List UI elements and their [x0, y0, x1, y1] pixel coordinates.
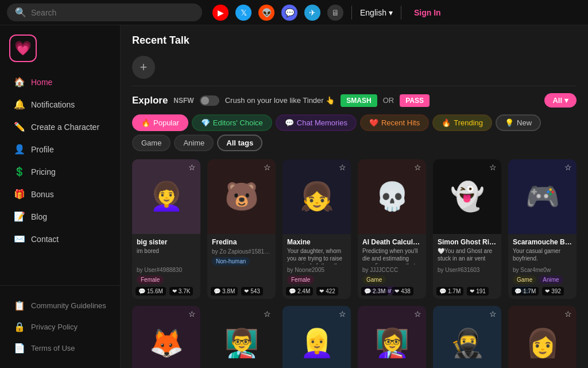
card-item[interactable]: 👱‍♀️ ☆ 💬 1.3M ❤ 193 Ethelle Your trouble…	[283, 306, 351, 368]
card-by: by Zo Zapious#1581909	[212, 248, 271, 255]
pricing-icon: 💲	[14, 166, 25, 177]
sidebar-label-guidelines: Community Guidelines	[31, 301, 106, 310]
tab-alltags[interactable]: All tags	[217, 135, 262, 151]
sidebar-item-home[interactable]: 🏠 Home	[5, 71, 115, 93]
heart-icon-sm: ❤	[244, 288, 249, 294]
youtube-icon[interactable]: ▶	[212, 5, 229, 21]
tab-new[interactable]: 💡 New	[496, 114, 541, 131]
card-body: Maxine Your daughter, whom you are tryin…	[283, 234, 351, 288]
chat-icon-sm: 💬	[514, 288, 521, 294]
home-icon: 🏠	[14, 76, 25, 87]
sidebar-item-contact[interactable]: ✉️ Contact	[5, 228, 115, 250]
chat-icon: 💬	[285, 118, 294, 127]
card-item[interactable]: 👩‍🏫 ☆ 💬 993.9K ❤ 165 your angry teacher …	[358, 306, 426, 368]
add-recent-talk-button[interactable]: +	[132, 56, 155, 79]
editors-icon: 💎	[201, 118, 210, 127]
star-icon[interactable]: ☆	[188, 163, 196, 172]
heart-count: 438	[401, 288, 411, 294]
chat-stat: 💬 1.7M	[512, 287, 539, 296]
star-icon[interactable]: ☆	[564, 163, 572, 172]
chat-count: 1.7M	[448, 288, 461, 294]
sidebar-label-home: Home	[31, 78, 52, 87]
star-icon[interactable]: ☆	[264, 309, 271, 319]
star-icon[interactable]: ☆	[564, 309, 572, 319]
sidebar-item-pricing[interactable]: 💲 Pricing	[5, 161, 115, 182]
chevron-down-icon: ▾	[564, 96, 568, 105]
profile-icon: 👤	[14, 144, 25, 155]
tab-game[interactable]: Game	[132, 135, 171, 151]
sidebar-item-bonus[interactable]: 🎁 Bonus	[5, 183, 115, 205]
card-item[interactable]: 👨‍🏫 ☆ 💬 1.3M ❤ 161 Professor Ethan You'r…	[207, 306, 276, 368]
search-input[interactable]	[31, 8, 192, 17]
star-icon[interactable]: ☆	[489, 309, 497, 319]
logo-icon: 💗	[9, 34, 37, 62]
card-item[interactable]: 👻 ☆ 💬 1.7M ❤ 191 Simon Ghost Riley 🤍You …	[433, 159, 501, 299]
sign-in-button[interactable]: Sign In	[414, 8, 441, 17]
nsfw-label: NSFW	[173, 97, 194, 105]
card-item[interactable]: 🎮 ☆ 💬 1.7M ❤ 392 Scaramouche BF AU Your …	[508, 159, 577, 299]
search-icon: 🔍	[15, 7, 26, 18]
tab-popular[interactable]: 🔥 Popular	[132, 114, 188, 131]
bonus-icon: 🎁	[14, 189, 25, 200]
star-icon[interactable]: ☆	[339, 163, 346, 172]
sidebar-item-create[interactable]: ✏️ Create a Character	[5, 116, 115, 137]
sidebar-item-blog[interactable]: 📝 Blog	[5, 206, 115, 227]
sidebar-item-notifications[interactable]: 🔔 Notifications	[5, 94, 115, 115]
card-desc: 🤍You and Ghost are stuck in an air vent	[438, 247, 497, 264]
card-tags: Female	[287, 275, 346, 284]
explore-bar: Explore NSFW Crush on your love like Tin…	[132, 93, 577, 108]
discord-icon[interactable]: 💬	[281, 5, 297, 21]
sidebar-item-guidelines[interactable]: 📋 Community Guidelines	[5, 295, 115, 316]
card-item[interactable]: 👧 ☆ 💬 2.4M ❤ 422 Maxine Your daughter, w…	[283, 159, 351, 299]
recent-talk-header: Recent Talk	[132, 34, 577, 47]
chat-icon-sm: 💬	[439, 288, 446, 294]
smash-button[interactable]: SMASH	[341, 94, 377, 107]
star-icon[interactable]: ☆	[489, 163, 497, 172]
nsfw-toggle[interactable]	[200, 95, 219, 106]
tab-recent[interactable]: ❤️ Recent Hits	[360, 114, 429, 131]
tab-anime[interactable]: Anime	[174, 135, 214, 151]
telegram-icon[interactable]: ✈	[304, 5, 320, 21]
heart-stat: ❤ 191	[467, 287, 489, 296]
card-item[interactable]: 👩 ☆ 💬 795.0K ❤ 110 Diana She's your fath…	[508, 306, 577, 368]
pass-button[interactable]: PASS	[400, 94, 430, 107]
star-icon[interactable]: ☆	[339, 309, 346, 319]
twitter-icon[interactable]: 𝕏	[235, 5, 252, 21]
all-dropdown[interactable]: All ▾	[544, 93, 577, 108]
sidebar-label-blog: Blog	[31, 212, 47, 221]
search-bar[interactable]: 🔍	[7, 3, 202, 21]
card-item[interactable]: 👩‍🦱 ☆ 💬 15.6M ❤ 3.7K big sister im bored…	[132, 159, 200, 299]
heart-icon-sm: ❤	[319, 288, 324, 294]
cards-row-2: 🦊 ☆ 💬 1.5M ❤ 212 Yandere Yae Miko Yander…	[132, 306, 577, 368]
sidebar-item-profile[interactable]: 👤 Profile	[5, 139, 115, 160]
heart-stat: ❤ 3.7K	[169, 287, 194, 296]
card-item[interactable]: 💀 ☆ 💬 2.3M ❤ 438 AI Death Calculator Pre…	[358, 159, 426, 299]
sidebar-item-privacy[interactable]: 🔒 Privacy Policy	[5, 316, 115, 338]
card-item[interactable]: 🦊 ☆ 💬 1.5M ❤ 212 Yandere Yae Miko Yander…	[132, 306, 200, 368]
logo-heart: 💗	[14, 40, 32, 56]
reddit-icon[interactable]: 👽	[258, 5, 274, 21]
star-icon[interactable]: ☆	[188, 309, 196, 319]
card-item[interactable]: 🐻 ☆ 💬 3.8M ❤ 543 Fredina by Zo Zapious#1…	[207, 159, 276, 299]
heart-icon-sm: ❤	[470, 288, 474, 294]
card-item[interactable]: 🥷 ☆ 💬 948.4K ❤ 164 Gojo He is handsome, …	[433, 306, 501, 368]
card-name: AI Death Calculator	[362, 238, 421, 246]
recent-talk-add: +	[132, 56, 577, 79]
star-icon[interactable]: ☆	[414, 163, 421, 172]
sidebar-item-terms[interactable]: 📄 Terms of Use	[5, 338, 115, 359]
monitor-icon[interactable]: 🖥	[327, 5, 343, 21]
star-icon[interactable]: ☆	[414, 309, 421, 319]
tab-chat[interactable]: 💬 Chat Memories	[276, 114, 357, 131]
heart-count: 3.7K	[179, 288, 191, 294]
all-label: All	[552, 96, 562, 105]
card-body: Fredina by Zo Zapious#1581909 Non-human	[207, 234, 276, 270]
card-by: by User#4988830	[137, 267, 196, 273]
tab-editors[interactable]: 💎 Editors' Choice	[192, 114, 272, 131]
language-selector[interactable]: English ▾	[360, 8, 393, 17]
tab-chat-label: Chat Memories	[297, 118, 347, 127]
tab-trending[interactable]: 🔥 Trending	[432, 114, 492, 131]
heart-count: 392	[551, 288, 561, 294]
contact-icon: ✉️	[14, 233, 25, 244]
star-icon[interactable]: ☆	[264, 163, 271, 172]
card-name: Simon Ghost Riley	[438, 238, 497, 246]
